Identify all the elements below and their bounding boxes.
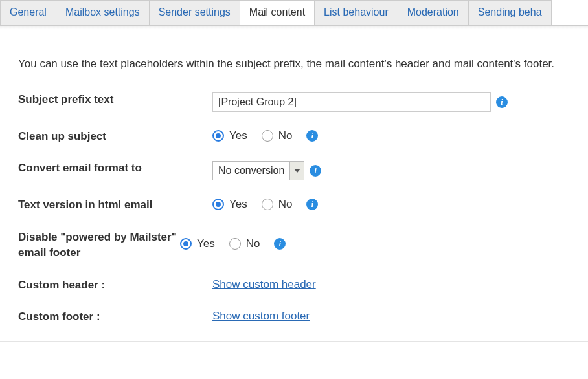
clean-up-no-radio[interactable]	[262, 130, 273, 142]
disable-footer-yes-radio[interactable]	[180, 238, 192, 250]
row-disable-footer: Disable "powered by Mailster" email foot…	[18, 230, 570, 261]
label-custom-footer: Custom footer :	[18, 309, 212, 325]
row-text-version: Text version in html email Yes No	[18, 197, 570, 213]
tab-mailbox-settings[interactable]: Mailbox settings	[56, 0, 150, 25]
clean-up-yes-label: Yes	[229, 129, 247, 142]
tab-sending-behaviour[interactable]: Sending beha	[468, 0, 552, 25]
text-version-no-radio[interactable]	[262, 199, 273, 210]
info-icon[interactable]	[306, 199, 318, 210]
clean-up-no-label: No	[278, 129, 293, 142]
text-version-yes-label: Yes	[229, 198, 247, 211]
clean-up-yes-radio[interactable]	[212, 130, 224, 142]
row-clean-up-subject: Clean up subject Yes No	[18, 129, 570, 144]
tab-general[interactable]: General	[0, 0, 56, 25]
convert-format-select[interactable]: No conversion	[212, 161, 304, 180]
label-custom-header: Custom header :	[18, 277, 212, 293]
mail-content-panel: You can use the text placeholders within…	[0, 30, 588, 342]
intro-text: You can use the text placeholders within…	[18, 56, 570, 72]
info-icon[interactable]	[274, 238, 286, 250]
show-custom-footer-link[interactable]: Show custom footer	[212, 310, 310, 323]
tab-sender-settings[interactable]: Sender settings	[149, 0, 240, 25]
tab-bar: General Mailbox settings Sender settings…	[0, 0, 588, 26]
info-icon[interactable]	[496, 96, 508, 108]
info-icon[interactable]	[310, 165, 321, 177]
row-convert-format: Convert email format to No conversion	[18, 160, 570, 180]
label-disable-footer: Disable "powered by Mailster" email foot…	[18, 230, 180, 261]
label-text-version: Text version in html email	[18, 197, 212, 213]
chevron-down-icon[interactable]	[289, 162, 304, 180]
text-version-yes-radio[interactable]	[212, 199, 224, 210]
text-version-no-label: No	[278, 198, 293, 211]
show-custom-header-link[interactable]: Show custom header	[212, 278, 316, 291]
label-subject-prefix: Subject prefix text	[18, 92, 212, 107]
subject-prefix-input[interactable]	[212, 92, 491, 112]
disable-footer-yes-label: Yes	[197, 237, 215, 250]
label-convert-format: Convert email format to	[18, 160, 212, 176]
tab-mail-content[interactable]: Mail content	[240, 0, 315, 25]
label-clean-up-subject: Clean up subject	[18, 129, 212, 144]
row-custom-header: Custom header : Show custom header	[18, 277, 570, 293]
convert-format-value: No conversion	[213, 162, 289, 180]
disable-footer-no-radio[interactable]	[229, 238, 241, 250]
info-icon[interactable]	[306, 130, 318, 142]
row-custom-footer: Custom footer : Show custom footer	[18, 309, 570, 325]
tab-list-behaviour[interactable]: List behaviour	[314, 0, 398, 25]
disable-footer-no-label: No	[246, 237, 260, 250]
tab-moderation[interactable]: Moderation	[398, 0, 469, 25]
row-subject-prefix: Subject prefix text	[18, 92, 570, 112]
